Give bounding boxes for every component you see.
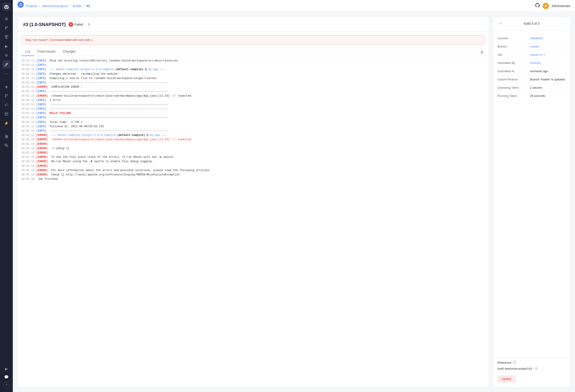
log-time: 18:01:14 [21, 103, 34, 107]
sidebar-bottom: ▶ 💬 ? [2, 365, 10, 389]
refresh-button[interactable]: ↻ [86, 21, 92, 28]
log-time: 18:01:13 [21, 72, 34, 76]
submit-reason-label: Submit Reason [498, 78, 527, 81]
log-line: 18:01:14[ERROR] -> [Help 1] [21, 146, 485, 151]
copy-reference-button[interactable]: ⧉ [534, 366, 539, 371]
svg-line-10 [6, 36, 7, 38]
pr-icon[interactable] [2, 92, 10, 100]
log-level: [INFO] [36, 115, 46, 120]
log-text: ----------------------------------------… [48, 103, 168, 107]
dashboard-icon[interactable]: ⊞ [2, 15, 10, 23]
issues-icon[interactable]: ◈ [2, 82, 10, 91]
branch-value[interactable]: master [530, 45, 566, 48]
log-line: 18:01:12[INFO] --- maven-compiler-plugin… [21, 67, 485, 72]
left-panel: #3 (1.0-SNAPSHOT) ✕ Failed ↻ Step "run m… [17, 17, 489, 388]
tag-icon[interactable]: 🏷 [2, 101, 10, 109]
log-level: [INFO] [36, 103, 46, 107]
download-button[interactable] [479, 48, 485, 55]
job-link[interactable]: maven ci [530, 53, 542, 56]
more-icon[interactable]: ··· [2, 69, 10, 78]
svg-line-5 [6, 27, 7, 29]
reference-value: build awesome-project1#3 ⧉ [498, 366, 566, 371]
submitted-by-value[interactable]: OneDev [530, 61, 566, 65]
log-line: 18:01:14[ERROR] [21, 151, 485, 155]
breadcrumb-sep3: • [83, 4, 85, 8]
prev-build-button[interactable]: ← [498, 20, 504, 27]
content-area: #3 (1.0-SNAPSHOT) ✕ Failed ↻ Step "run m… [13, 12, 575, 392]
tab-fixed-issues[interactable]: Fixed Issues [34, 47, 59, 56]
log-line: 18:01:14[INFO] -------------------------… [21, 107, 485, 111]
log-level: [ERROR] [36, 142, 48, 146]
github-icon[interactable] [535, 3, 540, 9]
top-nav-right: A Administrator [535, 3, 571, 9]
breadcrumb-project[interactable]: awesome-project1 [42, 4, 68, 8]
log-line: 18:01:14[INFO] -------------------------… [21, 129, 485, 133]
log-text: [Help 1] http://cwiki.apache.org/conflue… [49, 173, 180, 177]
log-level: [INFO] [36, 81, 46, 85]
chat-icon[interactable]: 💬 [2, 373, 10, 381]
log-line: 18:01:14[INFO] 1 error [21, 98, 485, 103]
tab-log[interactable]: Log [21, 47, 34, 56]
play-icon[interactable]: ▶ [2, 365, 10, 373]
log-text: Finished at: 2021-08-06T10:01:14Z [48, 124, 104, 129]
tab-changes[interactable]: Changes [59, 47, 79, 56]
delete-button[interactable]: Delete [498, 375, 516, 383]
workflow-icon[interactable] [2, 33, 10, 41]
log-time: 18:01:14 [21, 138, 34, 142]
svg-point-2 [5, 28, 6, 29]
log-line: 18:01:18 Job finished [21, 177, 485, 181]
main-container: 🐼 Projects • awesome-project1 • Builds •… [13, 0, 575, 392]
error-banner: Step "run maven": Command failed with ex… [21, 35, 485, 45]
log-line: 18:01:14[ERROR] [21, 142, 485, 146]
settings-icon[interactable]: ⚙ [2, 51, 10, 59]
commit-value[interactable]: e6996dc6 [530, 37, 566, 40]
log-line: 18:01:14[ERROR] /onedev-build/workspace/… [21, 94, 485, 98]
breadcrumb-builds[interactable]: Builds [73, 4, 82, 8]
error-message: Step "run maven": Command failed with ex… [25, 38, 93, 42]
log-level: [INFO] [36, 111, 46, 115]
log-time: 18:01:14 [21, 124, 34, 129]
log-line: 18:01:13[INFO] Compiling 1 source file t… [21, 76, 485, 81]
help-icon[interactable]: ? [3, 382, 10, 388]
status-text: Failed [74, 23, 83, 26]
log-text: For more information about the errors an… [49, 168, 211, 173]
log-level: [INFO] [36, 107, 46, 111]
svg-point-11 [5, 94, 6, 95]
log-line: 18:01:14[ERROR] /onedev-build/workspace/… [21, 138, 485, 142]
log-time: 18:01:14 [21, 160, 34, 164]
run-icon[interactable]: ▶ [2, 42, 10, 50]
meta-job: Job maven ci ✏ [498, 51, 566, 59]
rocket-icon[interactable]: 🚀 [2, 60, 10, 69]
log-level: [INFO] [36, 89, 46, 94]
status-failed-icon: ✕ [69, 22, 73, 27]
plugin-icon[interactable]: 🔌 [2, 141, 10, 149]
log-line: 18:01:14[INFO] -------------------------… [21, 81, 485, 85]
cicd-icon[interactable]: ⚡ [2, 119, 10, 127]
log-text: -> [Help 1] [49, 146, 69, 151]
log-line: 18:01:14[ERROR] [Help 1] http://cwiki.ap… [21, 173, 485, 177]
git-icon[interactable] [2, 24, 10, 32]
reference-help-icon[interactable]: ? [513, 361, 516, 364]
log-line: 18:01:14[ERROR] To see the full stack tr… [21, 155, 485, 160]
edit-job-icon[interactable]: ✏ [543, 53, 546, 56]
branch-label: Branch [498, 45, 527, 48]
svg-rect-8 [6, 38, 7, 39]
board-icon[interactable]: ▦ [2, 132, 10, 140]
log-time: 18:01:14 [21, 155, 34, 160]
next-build-button[interactable]: → [559, 20, 566, 27]
brand-logo: 🐼 [17, 1, 24, 8]
log-time: 18:01:14 [21, 146, 34, 151]
build-nav: ← build 3 of 3 → [493, 17, 570, 31]
app-logo[interactable]: 🐼 [2, 3, 10, 11]
log-level: [ERROR] [36, 155, 48, 160]
meta-submit-reason: Submit Reason Branch 'master' is updated [498, 75, 566, 84]
log-text: Changes detected - recompiling the modul… [48, 72, 119, 76]
breadcrumb-projects[interactable]: Projects [25, 4, 37, 8]
log-text: Skip non existing resourceDirectory /one… [48, 59, 178, 63]
log-text: BUILD FAILURE [48, 111, 71, 115]
svg-line-9 [5, 36, 6, 38]
log-time: 18:01:14 [21, 115, 34, 120]
repo-icon[interactable] [2, 110, 10, 118]
log-text: COMPILATION ERROR : [49, 85, 82, 89]
user-name: Administrator [552, 4, 571, 8]
